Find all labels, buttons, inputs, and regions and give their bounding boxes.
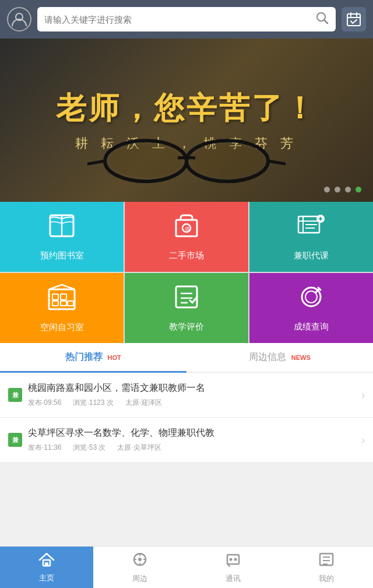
- grid-item-book-label: 预约图书室: [40, 250, 84, 261]
- news-badge-2: 兼: [8, 433, 22, 447]
- tab-nearby-badge: NEWS: [291, 354, 311, 361]
- svg-rect-29: [61, 294, 66, 300]
- search-bar[interactable]: [37, 7, 336, 32]
- eval-icon: [171, 284, 202, 316]
- grid-item-room-label: 空闲自习室: [40, 322, 84, 333]
- banner: 老师，您辛苦了！ 耕 耘 沃 土 ， 桃 李 芬 芳: [0, 38, 373, 202]
- news-meta-1: 发布·09:56 浏览·1123 次 太原·迎泽区: [28, 398, 356, 408]
- tab-hot-label: 热门推荐: [65, 352, 103, 362]
- news-views-1: 浏览·1123 次: [73, 398, 113, 408]
- grid-item-score-label: 成绩查询: [294, 321, 329, 332]
- search-input[interactable]: [44, 15, 311, 24]
- news-content-2: 尖草坪区寻求一名数学、化学、物理兼职代教 发布·11:36 浏览·53 次 太原…: [28, 427, 356, 453]
- book-icon: [47, 213, 77, 244]
- news-title-1: 桃园南路嘉和园小区，需语文兼职教师一名: [28, 382, 356, 394]
- svg-rect-3: [347, 14, 360, 26]
- banner-glasses: [0, 132, 373, 184]
- svg-rect-28: [52, 294, 58, 300]
- grid-menu: 预约图书室 @ 二手市场 兼职代课: [0, 202, 373, 343]
- svg-rect-33: [68, 301, 73, 306]
- banner-dots: [324, 187, 361, 192]
- svg-line-13: [268, 161, 286, 164]
- header: [0, 0, 373, 38]
- grid-item-market-label: 二手市场: [169, 250, 204, 261]
- news-badge-1: 兼: [8, 388, 22, 402]
- grid-item-teach[interactable]: 兼职代课: [249, 202, 373, 272]
- news-arrow-2: ›: [361, 434, 365, 446]
- grid-item-eval[interactable]: 教学评价: [125, 273, 248, 343]
- grid-item-market[interactable]: @ 二手市场: [125, 202, 248, 272]
- tab-hot-badge: HOT: [108, 354, 121, 361]
- news-time-1: 发布·09:56: [28, 398, 61, 408]
- news-item-2[interactable]: 兼 尖草坪区寻求一名数学、化学、物理兼职代教 发布·11:36 浏览·53 次 …: [0, 418, 373, 463]
- banner-dot-1[interactable]: [324, 187, 330, 192]
- svg-line-2: [325, 20, 328, 23]
- grid-item-teach-label: 兼职代课: [294, 250, 329, 261]
- news-arrow-1: ›: [361, 389, 365, 401]
- news-content-1: 桃园南路嘉和园小区，需语文兼职教师一名 发布·09:56 浏览·1123 次 太…: [28, 382, 356, 408]
- news-meta-2: 发布·11:36 浏览·53 次 太原·尖草坪区: [28, 443, 356, 453]
- calendar-icon[interactable]: [342, 7, 366, 32]
- search-icon: [316, 12, 329, 27]
- banner-dot-2[interactable]: [335, 187, 340, 192]
- news-location-2: 太原·尖草坪区: [117, 443, 161, 453]
- grid-item-eval-label: 教学评价: [169, 321, 204, 332]
- score-icon: [296, 284, 326, 316]
- tab-hot[interactable]: 热门推荐 HOT: [0, 343, 186, 372]
- news-title-2: 尖草坪区寻求一名数学、化学、物理兼职代教: [28, 427, 356, 439]
- svg-point-8: [110, 145, 182, 177]
- banner-dot-4[interactable]: [356, 187, 361, 192]
- banner-title: 老师，您辛苦了！: [56, 88, 317, 129]
- room-icon: [47, 284, 77, 316]
- svg-point-10: [191, 145, 263, 177]
- svg-text:@: @: [185, 226, 190, 232]
- banner-dot-3[interactable]: [345, 187, 351, 192]
- grid-item-room[interactable]: 空闲自习室: [0, 273, 124, 343]
- news-item-1[interactable]: 兼 桃园南路嘉和园小区，需语文兼职教师一名 发布·09:56 浏览·1123 次…: [0, 373, 373, 418]
- svg-line-12: [87, 161, 105, 164]
- news-views-2: 浏览·53 次: [73, 443, 105, 453]
- svg-rect-34: [176, 286, 197, 307]
- news-list: 兼 桃园南路嘉和园小区，需语文兼职教师一名 发布·09:56 浏览·1123 次…: [0, 373, 373, 463]
- tab-nearby-label: 周边信息: [249, 352, 286, 362]
- grid-item-book[interactable]: 预约图书室: [0, 202, 124, 272]
- teach-icon: [296, 213, 326, 244]
- news-time-2: 发布·11:36: [28, 443, 61, 453]
- market-icon: @: [171, 213, 202, 244]
- grid-item-score[interactable]: 成绩查询: [249, 273, 373, 343]
- tab-nearby[interactable]: 周边信息 NEWS: [186, 343, 373, 372]
- svg-rect-32: [61, 301, 66, 306]
- news-location-1: 太原·迎泽区: [125, 398, 162, 408]
- avatar-icon[interactable]: [7, 7, 31, 32]
- tabs: 热门推荐 HOT 周边信息 NEWS: [0, 343, 373, 373]
- svg-rect-31: [52, 301, 58, 306]
